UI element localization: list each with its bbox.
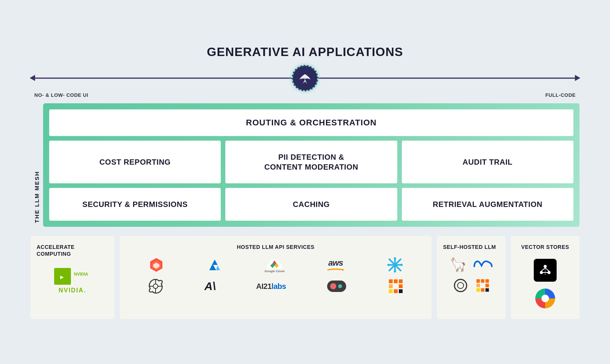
bird-icon (298, 71, 312, 85)
mistral-logo (387, 278, 404, 295)
svg-rect-27 (394, 279, 398, 283)
pinecone-logo (534, 259, 557, 282)
svg-rect-26 (389, 279, 393, 283)
vector-stores-title: VECTOR STORES (521, 244, 569, 250)
bird-logo (292, 65, 318, 91)
svg-marker-8 (342, 269, 344, 271)
google-cloud-logo: Google Cloud (265, 257, 284, 273)
bottom-section: ACCELERATE COMPUTING ▶ NVIDIA . NVIDIA. … (30, 236, 580, 319)
ai21-logo: AI21labs (256, 282, 286, 291)
grid-row-2: SECURITY & PERMISSIONS CACHING RETRIEVAL… (49, 188, 573, 221)
audit-trail-cell: AUDIT TRAIL (402, 141, 573, 183)
pii-detection-cell: PII DETECTION &CONTENT MODERATION (225, 141, 397, 183)
svg-point-13 (393, 263, 396, 266)
self-hosted-llm-card: SELF-HOSTED LLM 🦙 (437, 236, 506, 319)
main-container: GENERATIVE AI APPLICATIONS NO- & LOW- CO… (23, 34, 587, 330)
svg-rect-42 (481, 288, 484, 292)
hosted-row-1: Google Cloud aws (129, 257, 422, 273)
svg-text:NVIDIA: NVIDIA (74, 272, 88, 276)
security-permissions-label: SECURITY & PERMISSIONS (82, 199, 188, 209)
aws-text: aws (328, 258, 343, 268)
svg-point-25 (338, 284, 342, 288)
svg-rect-38 (485, 279, 489, 283)
cost-reporting-label: COST REPORTING (100, 157, 171, 167)
svg-point-34 (454, 279, 467, 292)
svg-point-24 (330, 283, 336, 289)
svg-line-47 (541, 268, 545, 271)
svg-line-48 (545, 268, 549, 271)
anthropic-logo: A\ (204, 280, 216, 293)
routing-label: ROUTING & ORCHESTRATION (246, 118, 377, 127)
accelerate-title: ACCELERATE COMPUTING (37, 244, 108, 257)
page-title: GENERATIVE AI APPLICATIONS (30, 45, 580, 59)
llama-logo: 🦙 (449, 257, 467, 273)
svg-rect-29 (389, 284, 393, 288)
azure-logo (206, 257, 223, 273)
vector-stores-card: VECTOR STORES (511, 236, 580, 319)
svg-rect-23 (327, 281, 346, 292)
svg-rect-41 (477, 288, 480, 292)
aws-logo: aws (326, 258, 345, 272)
accelerate-computing-card: ACCELERATE COMPUTING ▶ NVIDIA . NVIDIA. (30, 236, 114, 319)
cohere-logo (534, 287, 557, 311)
retrieval-augmentation-label: RETRIEVAL AUGMENTATION (433, 199, 543, 209)
routing-row: ROUTING & ORCHESTRATION (49, 109, 573, 136)
retrieval-augmentation-cell: RETRIEVAL AUGMENTATION (402, 188, 573, 221)
svg-point-14 (394, 257, 396, 260)
nvidia-logo-icon: ▶ NVIDIA . (53, 267, 92, 287)
svg-text:.: . (74, 278, 75, 282)
svg-rect-30 (399, 284, 403, 288)
llm-mesh-content: ROUTING & ORCHESTRATION COST REPORTING P… (43, 103, 580, 227)
self-hosted-title: SELF-HOSTED LLM (443, 244, 496, 250)
svg-rect-39 (477, 284, 480, 287)
google-cloud-text: Google Cloud (265, 269, 284, 273)
arrow-label-right: FULL-CODE (545, 92, 576, 98)
svg-point-0 (303, 75, 305, 77)
hosted-title: HOSTED LLM API SERVICES (129, 244, 422, 250)
svg-point-17 (400, 264, 403, 266)
caching-cell: CACHING (225, 188, 397, 221)
hosted-logos-grid: Google Cloud aws (129, 257, 422, 295)
meta-logo (473, 258, 493, 271)
arrow-label-left: NO- & LOW- CODE UI (34, 92, 88, 98)
arrow-section: NO- & LOW- CODE UI FULL-CODE (30, 67, 580, 90)
svg-point-16 (387, 264, 390, 266)
openai-logo (147, 278, 164, 295)
caching-label: CACHING (293, 199, 330, 209)
llm-mesh-label: THE LLM MESH (30, 103, 43, 227)
llm-mesh-wrapper: THE LLM MESH ROUTING & ORCHESTRATION COS… (30, 103, 580, 227)
mistral2-logo (475, 278, 490, 295)
ai21-text: AI21labs (256, 282, 286, 291)
svg-rect-37 (481, 279, 484, 283)
grid-row-1: COST REPORTING PII DETECTION &CONTENT MO… (49, 141, 573, 183)
svg-point-35 (458, 282, 464, 289)
cost-reporting-cell: COST REPORTING (49, 141, 221, 183)
svg-rect-40 (485, 284, 489, 287)
svg-point-18 (153, 284, 158, 289)
svg-rect-31 (389, 289, 393, 293)
ollama-logo (452, 277, 469, 295)
hosted-llm-card: HOSTED LLM API SERVICES (120, 236, 432, 319)
snowflake-logo (387, 257, 403, 273)
svg-rect-28 (399, 279, 403, 283)
svg-rect-43 (485, 288, 489, 292)
pii-detection-label: PII DETECTION &CONTENT MODERATION (264, 152, 358, 172)
hosted-row-2: A\ AI21labs (129, 278, 422, 295)
svg-point-52 (541, 295, 549, 302)
svg-rect-36 (477, 279, 480, 283)
svg-rect-33 (399, 289, 403, 293)
nvidia-text: NVIDIA. (59, 287, 87, 294)
databricks-logo (148, 257, 165, 273)
svg-rect-32 (394, 289, 398, 293)
cohere-spot-logo (326, 280, 347, 293)
audit-trail-label: AUDIT TRAIL (462, 157, 512, 167)
security-permissions-cell: SECURITY & PERMISSIONS (49, 188, 221, 221)
svg-point-15 (394, 270, 396, 273)
anthropic-text: A\ (204, 280, 216, 293)
